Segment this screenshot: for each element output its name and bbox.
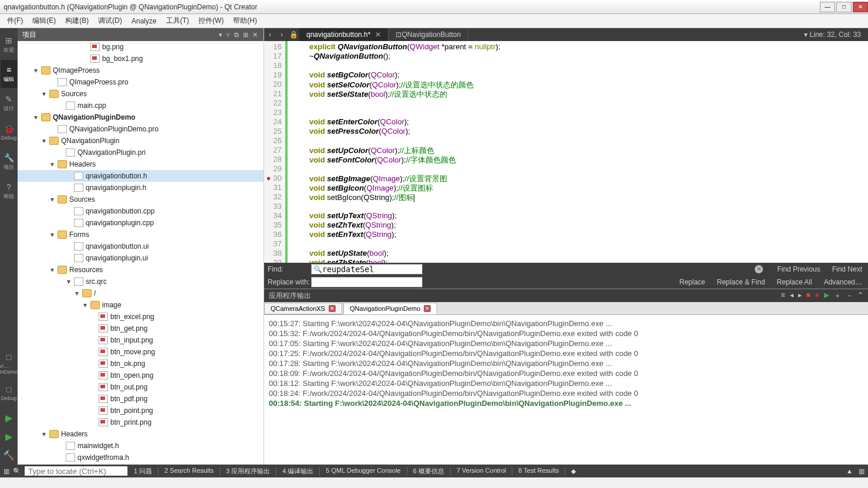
status-item[interactable]: 5 QML Debugger Console	[319, 467, 406, 476]
tree-node-bg.png[interactable]: bg.png	[18, 41, 264, 53]
locator-input[interactable]	[25, 466, 127, 476]
output-forward-icon[interactable]: ▸	[798, 291, 802, 301]
menu-件(F)[interactable]: 件(F)	[2, 15, 28, 27]
add-icon[interactable]: ＋	[834, 291, 841, 301]
status-item[interactable]: 4 编译输出	[276, 467, 319, 476]
tree-node-QNavigationPluginDemo.pro[interactable]: QNavigationPluginDemo.pro	[18, 123, 264, 135]
output-tool-icon[interactable]: ≡	[781, 291, 785, 301]
line-gutter[interactable]: 1617181920212223242526272829303132333435…	[264, 41, 288, 263]
tree-node-qnavigationplugin.h[interactable]: qnavigationplugin.h	[18, 182, 264, 194]
run-button[interactable]: ▶	[1, 409, 17, 426]
tree-node-Forms[interactable]: ▾Forms	[18, 229, 264, 240]
stop-icon[interactable]: ■	[806, 291, 810, 301]
editor-tab-QNavigationButton[interactable]: ⊡ QNavigationButton	[389, 28, 468, 41]
editor-tab-qnavigationbutton.h*[interactable]: qnavigationbutton.h*✕	[299, 28, 389, 41]
progress-up-icon[interactable]: ▲	[846, 467, 853, 475]
menu-构建(B)[interactable]: 构建(B)	[60, 15, 93, 27]
tree-node-btn_move.png[interactable]: btn_move.png	[18, 346, 264, 358]
output-tab-QNavigationPluginDemo[interactable]: QNavigationPluginDemo✕	[343, 303, 437, 314]
minimize-button[interactable]: —	[820, 2, 835, 12]
progress-toggle-icon[interactable]: ▥	[859, 467, 864, 475]
tree-node-Headers[interactable]: ▾Headers	[18, 158, 264, 170]
project-tree[interactable]: bg.pngbg_box1.png▾QImageProessQImageProe…	[18, 41, 264, 465]
tree-node-btn_get.png[interactable]: btn_get.png	[18, 323, 264, 334]
menu-工具(T)[interactable]: 工具(T)	[161, 15, 194, 27]
advanced-button[interactable]: Advanced…	[818, 278, 868, 286]
tree-node-Headers[interactable]: ▾Headers	[18, 428, 264, 440]
tree-node-Sources[interactable]: ▾Sources	[18, 194, 264, 205]
status-item[interactable]: 6 概要信息	[407, 467, 450, 476]
kit-vi…mDemo[interactable]: □vi…mDemo	[1, 350, 17, 378]
replace-find-button[interactable]: Replace & Find	[711, 278, 771, 286]
output-back-icon[interactable]: ◂	[790, 291, 793, 301]
tree-node-btn_print.png[interactable]: btn_print.png	[18, 416, 264, 428]
tree-node-btn_open.png[interactable]: btn_open.png	[18, 370, 264, 381]
clear-icon[interactable]: ✕	[755, 265, 763, 273]
tree-node-qnavigationplugin.ui[interactable]: qnavigationplugin.ui	[18, 252, 264, 264]
tree-node-src.qrc[interactable]: ▾src.qrc	[18, 276, 264, 287]
expand-icon[interactable]: ⌃	[857, 291, 863, 301]
debug-run-button[interactable]: ▶	[1, 428, 17, 445]
tree-node-btn_excel.png[interactable]: btn_excel.png	[18, 311, 264, 323]
find-input[interactable]	[311, 264, 423, 274]
tree-node-Sources[interactable]: ▾Sources	[18, 88, 264, 100]
menu-帮助(H)[interactable]: 帮助(H)	[228, 15, 262, 27]
mode-编辑[interactable]: ≡编辑	[1, 60, 17, 88]
replace-all-button[interactable]: Replace All	[771, 278, 818, 286]
panel-toolbar[interactable]: ▾ ▿ ⧉ ⊞ ✕	[219, 31, 259, 39]
status-item[interactable]: 3 应用程序输出	[219, 467, 276, 476]
tree-node-QImageProess.pro[interactable]: QImageProess.pro	[18, 76, 264, 88]
tree-node-QNavigationPlugin[interactable]: ▾QNavigationPlugin	[18, 135, 264, 147]
replace-button[interactable]: Replace	[674, 278, 711, 286]
nav-back-button[interactable]: ‹	[264, 30, 276, 39]
tree-node-QImageProess[interactable]: ▾QImageProess	[18, 65, 264, 76]
tree-node-qnavigationbutton.ui[interactable]: qnavigationbutton.ui	[18, 240, 264, 252]
tree-node-image[interactable]: ▾image	[18, 299, 264, 311]
find-next-button[interactable]: Find Next	[826, 265, 868, 273]
mode-项目[interactable]: 🔧项目	[1, 148, 17, 176]
tree-node-QNavigationPluginDemo[interactable]: ▾QNavigationPluginDemo	[18, 111, 264, 123]
tree-node-qxwidgetfroma.h[interactable]: qxwidgetfroma.h	[18, 452, 264, 463]
tree-node-main.cpp[interactable]: main.cpp	[18, 100, 264, 111]
menu-编辑(E)[interactable]: 编辑(E)	[28, 15, 60, 27]
tree-node-qnavigationbutton.h[interactable]: qnavigationbutton.h	[18, 170, 264, 182]
tree-node-mainwidget.h[interactable]: mainwidget.h	[18, 440, 264, 452]
menu-调试(D)[interactable]: 调试(D)	[93, 15, 127, 27]
close-button[interactable]: ✕	[853, 2, 868, 12]
tree-node-btn_input.png[interactable]: btn_input.png	[18, 334, 264, 346]
find-prev-button[interactable]: Find Previous	[771, 265, 826, 273]
mode-帮助[interactable]: ?帮助	[1, 177, 17, 205]
output-text[interactable]: 00:15:27: Starting F:\work\2024\2024-04\…	[264, 315, 868, 465]
mode-设计[interactable]: ✎设计	[1, 89, 17, 117]
mode-Debug[interactable]: 🐞Debug	[1, 118, 17, 147]
tree-node-btn_point.png[interactable]: btn_point.png	[18, 405, 264, 416]
tree-node-bg_box1.png[interactable]: bg_box1.png	[18, 53, 264, 65]
tree-node-btn_ok.png[interactable]: btn_ok.png	[18, 358, 264, 370]
tree-node-QNavigationPlugin.pri[interactable]: QNavigationPlugin.pri	[18, 147, 264, 158]
output-tab-QCameraActionXS[interactable]: QCameraActionXS✕	[264, 303, 342, 314]
status-item[interactable]: 8 Test Results	[512, 467, 565, 476]
stop2-icon[interactable]: ■	[815, 291, 819, 301]
toggle-sidebar-icon[interactable]: ▥	[0, 467, 13, 475]
tree-node-qnavigationplugin.cpp[interactable]: qnavigationplugin.cpp	[18, 217, 264, 229]
maximize-button[interactable]: □	[836, 2, 852, 12]
run-icon[interactable]: ▶	[824, 291, 829, 301]
status-item[interactable]: 1 问题	[127, 467, 158, 476]
code-editor[interactable]: 1617181920212223242526272829303132333435…	[264, 41, 868, 263]
tree-node-qnavigationbutton.cpp[interactable]: qnavigationbutton.cpp	[18, 205, 264, 217]
status-more-icon[interactable]: ◆	[565, 467, 582, 475]
nav-forward-button[interactable]: ›	[276, 30, 288, 39]
kit-Debug[interactable]: □Debug	[1, 379, 17, 407]
tree-node-btn_out.png[interactable]: btn_out.png	[18, 381, 264, 393]
close-icon[interactable]: ✕	[424, 305, 431, 312]
code-area[interactable]: explicit QNavigationButton(QWidget *pare…	[288, 41, 868, 263]
close-icon[interactable]: ✕	[329, 305, 336, 312]
replace-input[interactable]	[311, 277, 423, 287]
tree-node-btn_pdf.png[interactable]: btn_pdf.png	[18, 393, 264, 405]
close-icon[interactable]: ✕	[375, 30, 381, 39]
tree-node-Resources[interactable]: ▾Resources	[18, 264, 264, 276]
remove-icon[interactable]: －	[846, 291, 853, 301]
status-item[interactable]: 2 Search Results	[158, 467, 219, 476]
status-item[interactable]: 7 Version Control	[450, 467, 512, 476]
menu-控件(W)[interactable]: 控件(W)	[194, 15, 228, 27]
